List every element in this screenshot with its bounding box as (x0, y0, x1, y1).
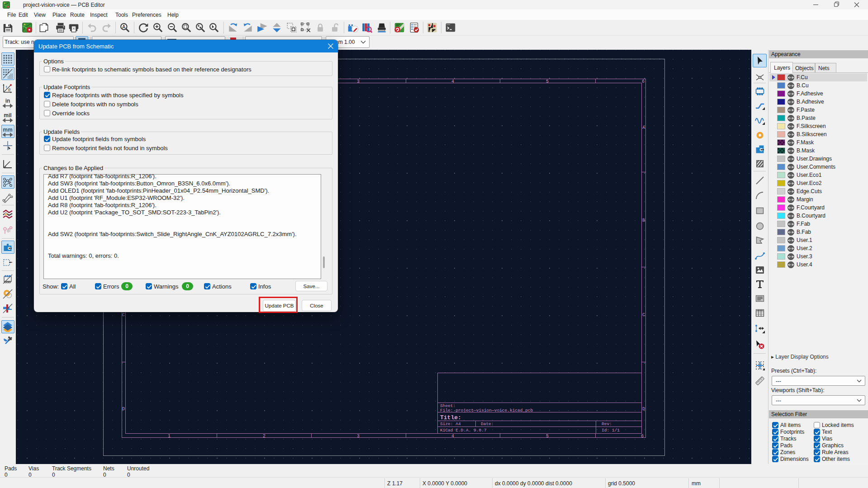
svg-text:mil: mil (4, 112, 11, 118)
svg-text:1: 1 (168, 434, 171, 439)
svg-text:Id: 1/1: Id: 1/1 (602, 428, 620, 433)
svg-text:A: A (122, 24, 126, 29)
svg-text:D: D (122, 407, 125, 412)
svg-text:4: 4 (451, 79, 454, 84)
svg-text:2: 2 (263, 434, 266, 439)
svg-text:3: 3 (357, 79, 360, 84)
svg-text:C: C (642, 313, 645, 317)
svg-text:3: 3 (357, 434, 360, 439)
svg-text:mm: mm (3, 127, 12, 133)
svg-text:θ: θ (8, 88, 10, 92)
svg-text:KiCad E.D.A. 9.0.7: KiCad E.D.A. 9.0.7 (440, 428, 487, 433)
svg-text:5: 5 (546, 434, 549, 439)
svg-text:6: 6 (641, 434, 644, 439)
svg-text:Rev:: Rev: (602, 422, 612, 426)
svg-text:Size: A4: Size: A4 (440, 422, 461, 426)
svg-text:5: 5 (546, 79, 549, 84)
svg-text:D: D (642, 407, 645, 412)
svg-text:C: C (122, 313, 125, 317)
svg-text:Title:: Title: (440, 414, 461, 421)
svg-text:B: B (642, 218, 645, 223)
svg-text:in: in (5, 98, 10, 104)
svg-text:6: 6 (642, 79, 645, 84)
svg-text:r: r (6, 85, 7, 89)
svg-text:4: 4 (451, 434, 454, 439)
svg-text:Date:: Date: (481, 422, 494, 426)
svg-text:File: project—vision—voice.kic: File: project—vision—voice.kicad_pcb (440, 408, 533, 413)
svg-text:A: A (642, 125, 645, 130)
